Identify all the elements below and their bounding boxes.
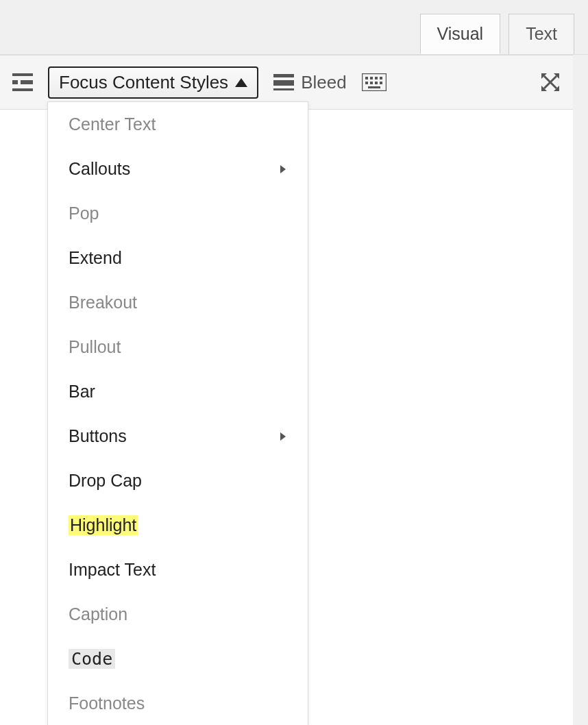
menu-item-center-text[interactable]: Center Text xyxy=(48,102,308,147)
menu-label: Impact Text xyxy=(69,560,156,580)
menu-label: Footnotes xyxy=(69,693,145,713)
svg-rect-9 xyxy=(370,77,373,79)
layout-icon xyxy=(12,73,33,91)
menu-item-breakout[interactable]: Breakout xyxy=(48,280,308,325)
svg-rect-2 xyxy=(21,80,33,84)
svg-rect-6 xyxy=(273,88,294,90)
menu-item-buttons[interactable]: Buttons xyxy=(48,414,308,458)
menu-label: Buttons xyxy=(69,426,127,446)
menu-label: Extend xyxy=(69,248,122,268)
menu-item-extend[interactable]: Extend xyxy=(48,236,308,280)
menu-label: Caption xyxy=(69,604,127,624)
svg-rect-15 xyxy=(380,82,382,84)
fullscreen-button[interactable] xyxy=(540,72,561,93)
svg-rect-5 xyxy=(273,80,294,86)
styles-dropdown-menu: Center Text Callouts Pop Extend Breakout… xyxy=(47,101,308,725)
svg-rect-12 xyxy=(365,82,368,84)
svg-rect-4 xyxy=(273,74,294,77)
dropdown-label: Focus Content Styles xyxy=(59,72,228,93)
bleed-label: Bleed xyxy=(301,72,347,93)
chevron-right-icon xyxy=(279,159,287,179)
svg-rect-10 xyxy=(375,77,378,79)
chevron-right-icon xyxy=(279,426,287,446)
menu-label: Drop Cap xyxy=(69,471,142,491)
menu-item-highlight[interactable]: Highlight xyxy=(48,503,308,548)
layout-icon-button[interactable] xyxy=(12,73,33,91)
focus-content-styles-dropdown[interactable]: Focus Content Styles xyxy=(48,66,258,99)
bleed-icon xyxy=(273,74,294,90)
menu-item-pop[interactable]: Pop xyxy=(48,191,308,236)
svg-rect-0 xyxy=(12,73,33,76)
menu-item-footnotes[interactable]: Footnotes xyxy=(48,681,308,725)
menu-item-drop-cap[interactable]: Drop Cap xyxy=(48,458,308,503)
menu-label: Pullout xyxy=(69,337,121,357)
svg-rect-13 xyxy=(370,82,373,84)
menu-item-code[interactable]: Code xyxy=(48,637,308,681)
svg-rect-3 xyxy=(12,88,33,91)
menu-item-callouts[interactable]: Callouts xyxy=(48,147,308,191)
tab-text[interactable]: Text xyxy=(509,14,574,54)
menu-item-pullout[interactable]: Pullout xyxy=(48,325,308,369)
menu-label: Center Text xyxy=(69,114,156,134)
menu-item-impact-text[interactable]: Impact Text xyxy=(48,548,308,592)
menu-label: Highlight xyxy=(69,515,138,535)
menu-label: Pop xyxy=(69,204,99,223)
keyboard-icon xyxy=(362,73,387,91)
menu-item-bar[interactable]: Bar xyxy=(48,369,308,414)
svg-rect-14 xyxy=(375,82,378,84)
menu-label: Breakout xyxy=(69,293,137,312)
tab-visual[interactable]: Visual xyxy=(420,14,501,54)
svg-rect-16 xyxy=(368,86,380,88)
svg-rect-8 xyxy=(365,77,368,79)
svg-rect-11 xyxy=(380,77,382,79)
expand-icon xyxy=(540,72,561,93)
menu-label: Bar xyxy=(69,382,95,402)
triangle-up-icon xyxy=(235,78,247,87)
keyboard-icon-button[interactable] xyxy=(362,73,387,91)
svg-rect-1 xyxy=(12,80,18,84)
menu-label: Callouts xyxy=(69,159,130,179)
bleed-button[interactable]: Bleed xyxy=(273,72,347,93)
menu-label: Code xyxy=(69,649,115,669)
menu-item-caption[interactable]: Caption xyxy=(48,592,308,637)
